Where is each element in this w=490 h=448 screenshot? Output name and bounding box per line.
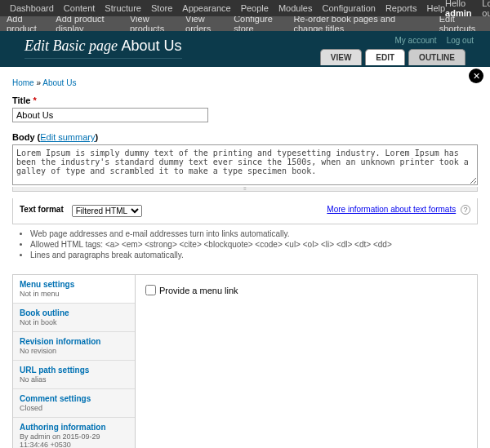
- menu-help[interactable]: Help: [426, 3, 445, 13]
- tab-edit[interactable]: EDIT: [365, 49, 405, 65]
- hello-label: Hello admin: [445, 0, 474, 18]
- help-icon[interactable]: ?: [461, 205, 470, 215]
- admin-menu: Dashboard Content Structure Store Appear…: [10, 3, 445, 13]
- menu-content[interactable]: Content: [64, 3, 96, 13]
- edit-summary-link[interactable]: Edit summary: [40, 132, 95, 142]
- format-tip: Lines and paragraphs break automatically…: [30, 251, 478, 259]
- title-input[interactable]: [12, 108, 208, 122]
- breadcrumb-current[interactable]: About Us: [42, 78, 76, 87]
- vtab-book-outline[interactable]: Book outlineNot in book: [13, 304, 135, 332]
- menu-structure[interactable]: Structure: [105, 3, 141, 13]
- vtab-authoring[interactable]: Authoring informationBy admin on 2015-09…: [13, 418, 135, 448]
- more-text-formats-link[interactable]: More information about text formats: [327, 205, 456, 214]
- page-title: Edit Basic page About Us: [24, 38, 182, 59]
- menu-dashboard[interactable]: Dashboard: [10, 3, 54, 13]
- text-format-select[interactable]: Filtered HTML: [72, 205, 142, 217]
- menu-modules[interactable]: Modules: [278, 3, 313, 13]
- body-textarea[interactable]: Lorem Ipsum is simply dummy text of the …: [12, 144, 478, 185]
- vtab-comment[interactable]: Comment settingsClosed: [13, 389, 135, 418]
- provide-menu-link-checkbox[interactable]: [145, 285, 156, 295]
- header-logout-link[interactable]: Log out: [447, 36, 474, 45]
- vtab-menu-settings[interactable]: Menu settingsNot in menu: [13, 275, 135, 304]
- my-account-link[interactable]: My account: [394, 36, 436, 45]
- close-icon[interactable]: ✕: [469, 69, 483, 83]
- tab-outline[interactable]: OUTLINE: [408, 49, 466, 65]
- title-label: Title *: [12, 95, 478, 105]
- text-format-label: Text format: [20, 205, 64, 214]
- format-tip: Web page addresses and e-mail addresses …: [30, 229, 478, 238]
- provide-menu-link-label: Provide a menu link: [159, 286, 238, 295]
- logout-link[interactable]: Log out: [482, 0, 490, 18]
- menu-appearance[interactable]: Appearance: [182, 3, 230, 13]
- format-tips: Web page addresses and e-mail addresses …: [19, 229, 478, 259]
- vtab-revision[interactable]: Revision informationNo revision: [13, 332, 135, 361]
- vtab-url-path[interactable]: URL path settingsNo alias: [13, 361, 135, 389]
- menu-store[interactable]: Store: [151, 3, 172, 13]
- tab-view[interactable]: VIEW: [320, 49, 363, 65]
- vtab-panel: Provide a menu link: [136, 275, 477, 448]
- textarea-resize-handle[interactable]: ≡: [12, 187, 478, 192]
- body-label: Body (Edit summary): [12, 132, 478, 142]
- format-tip: Allowed HTML tags: <a> <em> <strong> <ci…: [30, 240, 478, 249]
- menu-configuration[interactable]: Configuration: [322, 3, 375, 13]
- menu-people[interactable]: People: [241, 3, 269, 13]
- menu-reports[interactable]: Reports: [385, 3, 417, 13]
- breadcrumb-home[interactable]: Home: [12, 78, 34, 87]
- breadcrumb: Home » About Us: [12, 78, 478, 87]
